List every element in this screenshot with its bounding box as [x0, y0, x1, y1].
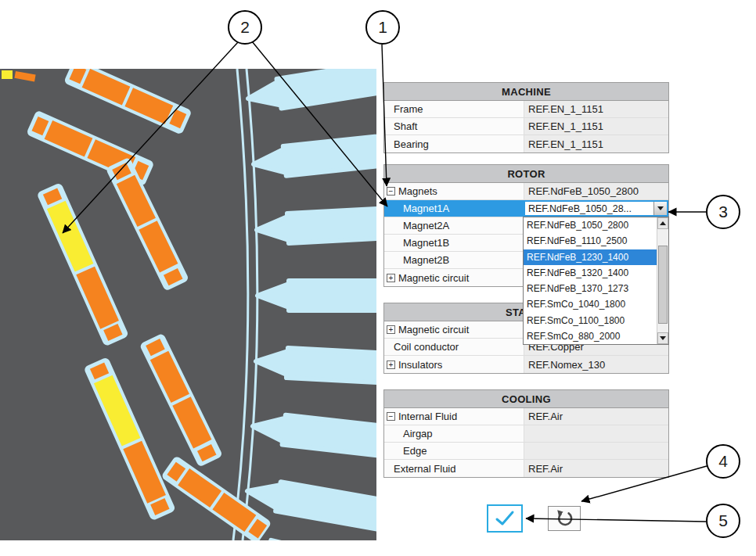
- row-label-text: Magnetic circuit: [398, 324, 469, 335]
- dropdown-item[interactable]: REF.NdFeB_1320_1400: [524, 265, 668, 281]
- triangle-down-icon: [660, 336, 666, 340]
- row-label[interactable]: External Fluid: [384, 460, 524, 477]
- row-label[interactable]: Bearing: [384, 135, 524, 152]
- row-label[interactable]: − Magnets: [384, 183, 524, 199]
- scrollbar-down-button[interactable]: [657, 332, 668, 344]
- motor-graphic: [0, 69, 376, 540]
- expand-expander-icon[interactable]: +: [387, 361, 395, 369]
- table-row-external-fluid[interactable]: External Fluid REF.Air: [384, 460, 668, 477]
- row-label[interactable]: Frame: [384, 101, 524, 117]
- dropdown-scrollbar[interactable]: [657, 217, 668, 344]
- combobox-dropdown-button[interactable]: [653, 202, 667, 215]
- callout-5: 5: [706, 504, 740, 538]
- row-label[interactable]: + Magnetic circuit: [384, 269, 524, 286]
- row-value[interactable]: [524, 443, 668, 459]
- collapse-expander-icon[interactable]: −: [387, 187, 395, 195]
- callout-1: 1: [365, 10, 400, 45]
- row-label-text: Magnetic circuit: [398, 272, 469, 284]
- dropdown-item[interactable]: REF.SmCo_1100_1800: [524, 313, 668, 328]
- row-label[interactable]: Magnet2A: [384, 217, 524, 234]
- table-row-internal-fluid[interactable]: − Internal Fluid REF.Air: [384, 408, 668, 425]
- triangle-up-icon: [660, 221, 666, 225]
- chevron-down-icon: [657, 206, 664, 210]
- row-label-text: Insulators: [398, 359, 442, 371]
- dropdown-item-highlighted[interactable]: REF.NdFeB_1230_1400: [524, 249, 668, 265]
- dropdown-item[interactable]: REF.NdFeB_1370_1273: [524, 281, 668, 296]
- motor-cross-section-view[interactable]: [0, 69, 376, 540]
- expand-expander-icon[interactable]: +: [387, 274, 395, 282]
- dropdown-item[interactable]: REF.NdFeB_1050_2800: [524, 217, 668, 233]
- row-label[interactable]: Edge: [384, 443, 524, 459]
- machine-table: MACHINE Frame REF.EN_1_1151 Shaft REF.EN…: [383, 82, 669, 153]
- collapse-expander-icon[interactable]: −: [387, 412, 395, 421]
- table-row[interactable]: Shaft REF.EN_1_1151: [384, 118, 668, 135]
- row-label[interactable]: Magnet2B: [384, 252, 524, 268]
- cooling-table: COOLING − Internal Fluid REF.Air Airgap …: [383, 389, 669, 478]
- rotor-table-header: ROTOR: [384, 165, 668, 183]
- row-value[interactable]: REF.Nomex_130: [524, 356, 668, 373]
- dropdown-item[interactable]: REF.NdFeB_1110_2500: [524, 233, 668, 249]
- check-icon: [494, 510, 516, 527]
- confirm-button[interactable]: [487, 504, 523, 533]
- row-value[interactable]: REF.Air: [524, 408, 668, 425]
- row-value[interactable]: REF.EN_1_1151: [524, 118, 668, 135]
- row-label[interactable]: + Insulators: [384, 356, 524, 373]
- selected-row-label[interactable]: Magnet1A: [384, 200, 524, 217]
- row-label[interactable]: − Internal Fluid: [384, 408, 524, 425]
- row-value[interactable]: REF.EN_1_1151: [524, 135, 668, 152]
- row-value[interactable]: REF.EN_1_1151: [524, 101, 668, 117]
- callout-3: 3: [706, 195, 740, 229]
- row-label-text: Magnets: [398, 185, 437, 197]
- row-label[interactable]: Shaft: [384, 118, 524, 135]
- material-combobox[interactable]: REF.NdFeB_1050_28...: [524, 200, 668, 217]
- callout-2: 2: [228, 10, 262, 45]
- dropdown-item[interactable]: REF.SmCo_880_2000: [524, 328, 668, 344]
- row-label[interactable]: + Magnetic circuit: [384, 321, 524, 338]
- expand-expander-icon[interactable]: +: [387, 325, 395, 334]
- material-dropdown-list: REF.NdFeB_1050_2800 REF.NdFeB_1110_2500 …: [523, 217, 669, 345]
- scrollbar-thumb[interactable]: [658, 246, 668, 324]
- machine-table-header: MACHINE: [384, 83, 668, 101]
- table-row-magnets[interactable]: − Magnets REF.NdFeB_1050_2800: [384, 183, 668, 200]
- row-value[interactable]: REF.Air: [524, 460, 668, 477]
- cooling-table-header: COOLING: [384, 390, 668, 408]
- refresh-icon: [554, 509, 574, 528]
- row-value[interactable]: REF.NdFeB_1050_2800: [524, 183, 668, 199]
- table-row-edge[interactable]: Edge: [384, 443, 668, 460]
- table-row[interactable]: Frame REF.EN_1_1151: [384, 101, 668, 118]
- table-row-airgap[interactable]: Airgap: [384, 425, 668, 443]
- scrollbar-up-button[interactable]: [657, 217, 668, 229]
- table-row-insulators[interactable]: + Insulators REF.Nomex_130: [384, 356, 668, 373]
- row-label-text: Internal Fluid: [398, 411, 457, 422]
- row-value[interactable]: [524, 425, 668, 442]
- combobox-value[interactable]: REF.NdFeB_1050_28...: [525, 202, 653, 215]
- row-label[interactable]: Magnet1B: [384, 235, 524, 251]
- callout-4: 4: [706, 444, 740, 479]
- table-row[interactable]: Bearing REF.EN_1_1151: [384, 135, 668, 152]
- dropdown-item[interactable]: REF.SmCo_1040_1800: [524, 296, 668, 312]
- row-label[interactable]: Airgap: [384, 425, 524, 442]
- reset-button[interactable]: [548, 506, 581, 531]
- table-row-magnet1a[interactable]: Magnet1A REF.NdFeB_1050_28...: [384, 200, 668, 217]
- row-label[interactable]: Coil conductor: [384, 339, 524, 355]
